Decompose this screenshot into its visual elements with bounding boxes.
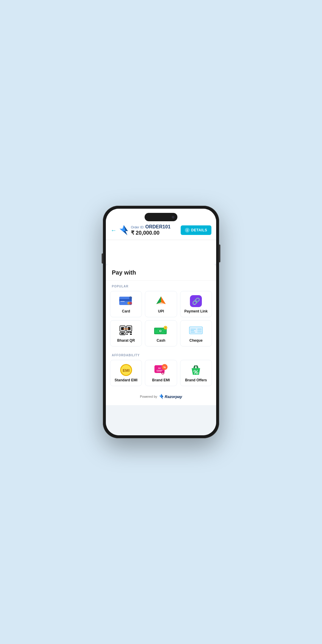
card-icon [119,295,133,307]
svg-rect-24 [130,334,132,335]
svg-rect-19 [121,333,124,334]
standard-emi-icon: EMI [119,364,133,376]
svg-rect-7 [120,301,125,302]
payment-link-icon: 🔗 [189,295,203,307]
razorpay-logo-small [120,225,128,235]
order-id-value: ORDER101 [145,224,170,229]
details-button[interactable]: i DETAILS [181,225,211,235]
svg-rect-53 [194,365,195,368]
svg-rect-39 [191,330,194,331]
svg-rect-20 [126,332,128,333]
svg-rect-22 [130,332,132,333]
dynamic-island [145,213,177,221]
svg-rect-38 [191,329,196,329]
upi-icon [154,295,168,307]
svg-text:BHARAT: BHARAT [123,328,129,330]
razorpay-brand: Razorpay [159,394,182,399]
content-area: Pay with POPULAR [106,240,216,435]
standard-emi-label: Standard EMI [114,378,137,382]
svg-rect-4 [119,299,132,301]
payment-item-cheque[interactable]: Cheque [180,320,212,346]
cash-icon: ₹ ₹ [154,325,168,336]
cheque-label: Cheque [189,338,202,343]
side-button-right [219,244,220,262]
payment-item-brand-emi[interactable]: NO COST % [145,360,177,386]
brand-emi-label: Brand EMI [152,378,170,382]
svg-rect-41 [197,328,202,331]
svg-rect-42 [197,331,202,332]
upi-label: UPI [158,309,164,313]
pay-with-title: Pay with [112,269,136,276]
order-amount: ₹ 20,000.00 [131,230,171,236]
card-label: Card [122,309,130,313]
brand-offers-icon [189,364,203,376]
svg-rect-40 [191,332,195,332]
order-info: Order ID: ORDER101 ₹ 20,000.00 [131,224,171,236]
header-left: ← Order ID: ORDER101 ₹ 20,000.00 [111,224,171,236]
popular-grid: Card UPI [106,291,216,349]
payment-item-link[interactable]: 🔗 Payment Link [180,291,212,317]
payment-item-cash[interactable]: ₹ ₹ Cash [145,320,177,346]
svg-point-8 [129,296,132,299]
payment-item-standard-emi[interactable]: EMI Standard EMI [110,360,142,386]
svg-rect-23 [126,334,128,335]
pay-panel: Pay with POPULAR [106,264,216,405]
brand-emi-icon: NO COST % [154,364,168,376]
svg-text:COST: COST [157,370,162,372]
cash-label: Cash [157,338,165,343]
svg-text:NO: NO [158,367,161,369]
svg-rect-21 [128,332,129,333]
details-button-label: DETAILS [191,228,207,232]
bharat-qr-label: Bharat QR [117,338,135,343]
order-id-prefix: Order ID: [131,225,145,229]
payment-item-card[interactable]: Card [110,291,142,317]
side-button-left [102,253,103,264]
notch-camera [172,216,174,219]
affordability-section-label: AFFORDABILITY [106,349,216,360]
svg-rect-31 [155,329,157,330]
powered-by-text: Powered by [140,395,157,398]
back-button[interactable]: ← [111,227,117,234]
payment-item-brand-offers[interactable]: Brand Offers [180,360,212,386]
payment-item-upi[interactable]: UPI [145,291,177,317]
bharat-qr-icon: BHARAT [119,325,133,336]
popular-section-label: POPULAR [106,281,216,291]
phone-frame: ← Order ID: ORDER101 ₹ 20,000.00 i [103,206,219,438]
top-space [106,240,216,264]
info-icon: i [185,228,190,233]
order-id-line: Order ID: ORDER101 [131,224,171,230]
pay-with-header: Pay with [106,264,216,281]
phone-screen: ← Order ID: ORDER101 ₹ 20,000.00 i [106,209,216,435]
payment-item-bharat-qr[interactable]: BHARAT Bharat QR [110,320,142,346]
svg-rect-32 [164,331,165,332]
affordability-grid: EMI Standard EMI [106,360,216,389]
svg-rect-54 [197,365,198,368]
powered-by-footer: Powered by Razorpay [106,389,216,405]
svg-point-6 [129,302,132,305]
cheque-icon [189,325,203,336]
payment-link-label: Payment Link [184,309,208,313]
svg-text:🔗: 🔗 [192,297,200,305]
razorpay-brand-name: Razorpay [165,394,182,399]
svg-text:EMI: EMI [123,368,129,373]
svg-text:%: % [163,366,166,369]
svg-text:₹: ₹ [165,327,166,329]
brand-offers-label: Brand Offers [185,378,207,382]
